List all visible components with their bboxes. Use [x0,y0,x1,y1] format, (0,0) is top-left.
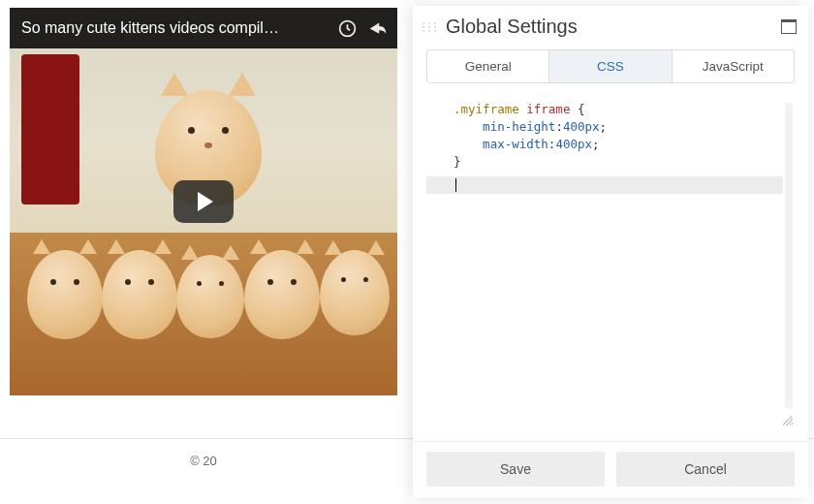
share-icon[interactable] [367,18,388,39]
panel-title: Global Settings [446,16,781,38]
maximize-icon[interactable] [781,19,797,34]
panel-actions: Save Cancel [413,441,808,498]
tab-javascript[interactable]: JavaScript [672,50,794,82]
play-button[interactable] [173,180,234,223]
editor-code: .myiframe iframe { min-height:400px; max… [454,101,783,416]
cancel-button[interactable]: Cancel [616,452,795,487]
tab-general[interactable]: General [427,50,548,82]
tab-css[interactable]: CSS [548,50,671,82]
watch-later-icon[interactable] [337,18,358,39]
css-editor[interactable]: .myiframe iframe { min-height:400px; max… [426,97,795,427]
editor-gutter [426,97,454,427]
play-icon [198,192,213,211]
drag-handle-icon[interactable] [421,22,438,32]
footer-copyright: © 20 [0,454,407,468]
video-title[interactable]: So many cute kittens videos compil… [21,19,328,37]
video-embed[interactable]: So many cute kittens videos compil… [10,8,397,395]
save-button[interactable]: Save [426,452,605,487]
editor-resize-handle[interactable] [783,416,793,425]
global-settings-panel: Global Settings General CSS JavaScript .… [413,6,808,498]
editor-scrollbar[interactable] [785,103,793,408]
settings-tabs: General CSS JavaScript [426,49,795,83]
video-titlebar: So many cute kittens videos compil… [10,8,397,48]
